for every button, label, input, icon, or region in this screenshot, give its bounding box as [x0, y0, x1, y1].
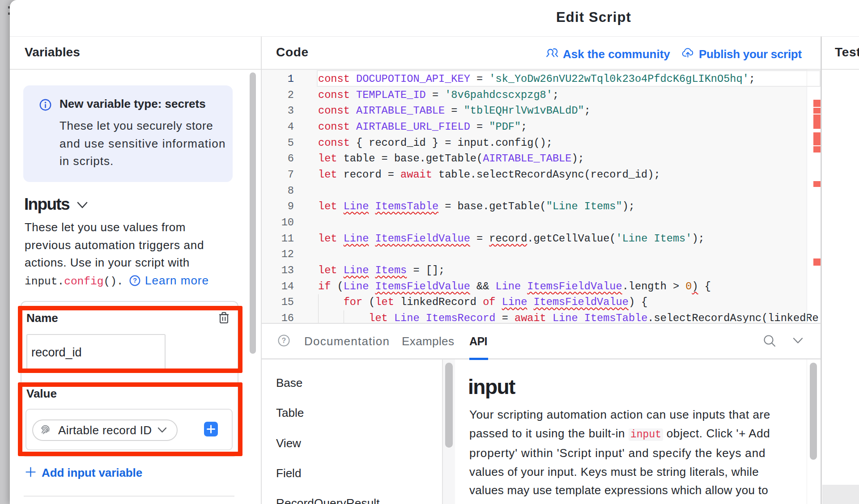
- svg-text:?: ?: [133, 277, 137, 284]
- svg-text:?: ?: [282, 337, 286, 344]
